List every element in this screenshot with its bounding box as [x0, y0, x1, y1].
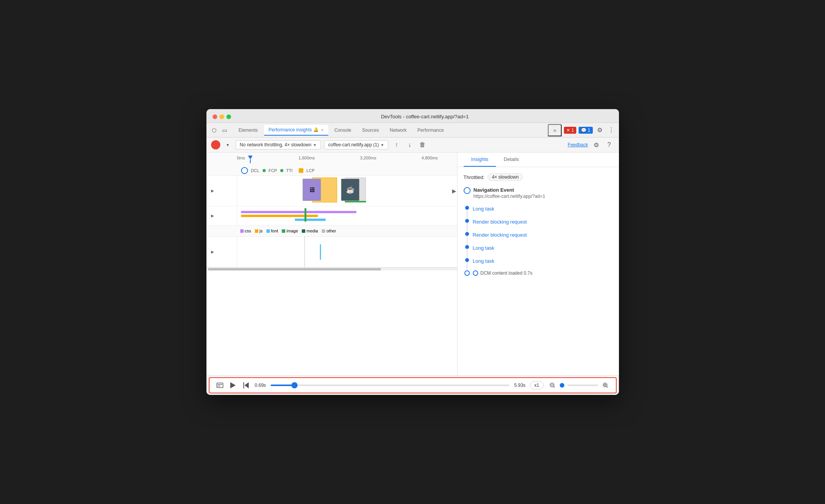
insights-timeline: Long task Render blocking request Render…: [464, 205, 613, 276]
tab-performance[interactable]: Performance: [413, 125, 449, 135]
error-badge[interactable]: ✕ 1: [564, 127, 576, 134]
captions-icon[interactable]: [216, 381, 224, 390]
tab-sources[interactable]: Sources: [358, 125, 384, 135]
scrubber-fill: [271, 385, 294, 386]
tab-elements[interactable]: Elements: [234, 125, 263, 135]
feedback-link[interactable]: Feedback: [568, 142, 588, 148]
css-dot-icon: [240, 229, 244, 233]
filmstrip-content: 🖥 ☕ ▶: [237, 176, 457, 206]
settings-gear-icon[interactable]: ⚙: [591, 140, 601, 150]
record-button[interactable]: [211, 140, 220, 149]
time-3200ms: 3,200ms: [360, 156, 376, 160]
speed-button[interactable]: x1: [530, 381, 544, 390]
css-bar: [241, 211, 356, 213]
font-legend: font: [266, 229, 278, 233]
delete-icon[interactable]: 🗑: [417, 140, 427, 150]
insight-item-1: Render blocking request: [473, 218, 613, 225]
timeline-panel: 0ms 1,600ms 3,200ms 4,800ms DCL FCP: [206, 153, 457, 375]
green-line: [345, 201, 366, 202]
zoom-track[interactable]: [567, 385, 598, 386]
insights-tab-insights[interactable]: Insights: [464, 153, 496, 167]
fcp-label: FCP: [269, 168, 277, 173]
skip-back-button[interactable]: [242, 381, 250, 390]
close-button[interactable]: [213, 114, 217, 119]
dom-circle-icon: [473, 270, 478, 276]
upload-icon[interactable]: ↑: [391, 140, 401, 150]
tab-network[interactable]: Network: [385, 125, 411, 135]
inspect-icon[interactable]: ▭: [220, 126, 230, 135]
svg-marker-3: [230, 382, 236, 388]
download-icon[interactable]: ↓: [404, 140, 414, 150]
lcp-box-icon: [299, 168, 303, 173]
network-row-1-label: ▶: [206, 206, 237, 225]
render-blocking-1-link[interactable]: Render blocking request: [473, 219, 527, 225]
network-throttle-dropdown[interactable]: No network throttling, 4× slowdown ▼: [236, 140, 321, 149]
tti-label: TTI: [286, 168, 293, 173]
render-blocking-2-link[interactable]: Render blocking request: [473, 232, 527, 238]
network-row-2: ▶: [206, 237, 457, 267]
help-icon[interactable]: ?: [604, 140, 614, 150]
tab-performance-insights[interactable]: Performance insights 🔔 ×: [264, 125, 328, 136]
more-menu-icon[interactable]: ⋮: [607, 126, 616, 135]
image-legend-label: image: [286, 229, 298, 233]
js-dot-icon: [255, 229, 258, 233]
network-row-2-label: ▶: [206, 237, 237, 267]
tab-close-icon[interactable]: ×: [321, 128, 323, 132]
screenshot-2: ☕: [341, 179, 359, 201]
insights-tab-details[interactable]: Details: [496, 153, 527, 167]
other-legend-label: other: [326, 229, 336, 233]
screenshot-1: 🖥: [303, 179, 321, 201]
time-0ms: 0ms: [237, 156, 245, 160]
chat-badge[interactable]: 💬 1: [579, 127, 593, 134]
network-row-1: ▶: [206, 206, 457, 225]
media-dot-icon: [302, 229, 305, 233]
time-scrubber[interactable]: [271, 385, 510, 386]
more-tabs-button[interactable]: »: [548, 124, 562, 136]
js-legend-label: js: [259, 229, 263, 233]
url-selector-dropdown[interactable]: coffee-cart.netlify.app (1) ▼: [324, 140, 389, 149]
insight-dot-2: [465, 232, 469, 236]
blue-vbar: [320, 244, 321, 260]
long-task-3-link[interactable]: Long task: [473, 258, 494, 264]
js-legend: js: [255, 229, 263, 233]
insight-item-2: Render blocking request: [473, 231, 613, 238]
tab-bar-right: » ✕ 1 💬 1 ⚙ ⋮: [548, 124, 615, 136]
nav-event-url: https://coffee-cart.netlify.app/?ad=1: [474, 194, 546, 199]
cursor-icon[interactable]: ⬡: [210, 126, 219, 135]
playhead[interactable]: [248, 156, 253, 163]
insight-item-3: Long task: [473, 244, 613, 251]
insight-item-0: Long task: [473, 205, 613, 212]
zoom-controls: [548, 381, 610, 390]
record-dropdown-arrow[interactable]: ▼: [223, 140, 233, 149]
svg-marker-5: [245, 382, 249, 388]
js-bar: [241, 215, 318, 217]
scroll-thumb[interactable]: [208, 268, 381, 270]
minimize-button[interactable]: [220, 114, 224, 119]
long-task-1-link[interactable]: Long task: [473, 206, 494, 212]
maximize-button[interactable]: [226, 114, 231, 119]
event-markers: DCL FCP TTI LCP: [206, 166, 457, 176]
network-row-2-expand-icon[interactable]: ▶: [210, 249, 216, 255]
url-dropdown-arrow-icon: ▼: [380, 143, 384, 147]
css-legend: css: [240, 229, 251, 233]
dcl-circle-icon: [241, 167, 248, 174]
network-row-1-expand-icon[interactable]: ▶: [210, 213, 216, 219]
tab-console[interactable]: Console: [330, 125, 356, 135]
zoom-out-icon[interactable]: [548, 381, 557, 390]
long-task-2-link[interactable]: Long task: [473, 245, 494, 251]
timeline-scroll-indicator: [206, 267, 457, 270]
window-title: DevTools - coffee-cart.netlify.app/?ad=1: [237, 114, 613, 119]
scrubber-thumb[interactable]: [291, 382, 298, 388]
play-button[interactable]: [229, 381, 237, 390]
svg-line-10: [606, 386, 608, 388]
other-legend: other: [322, 229, 336, 233]
legend-row: css js font image: [206, 225, 457, 237]
font-legend-label: font: [271, 229, 278, 233]
time-4800ms: 4,800ms: [422, 156, 438, 160]
zoom-in-icon[interactable]: [601, 381, 610, 390]
media-legend-label: media: [306, 229, 318, 233]
scroll-right-icon[interactable]: ▶: [452, 188, 456, 194]
filmstrip-expand-icon[interactable]: ▶: [210, 188, 216, 194]
settings-icon[interactable]: ⚙: [595, 126, 604, 135]
timeline-header: 0ms 1,600ms 3,200ms 4,800ms DCL FCP: [206, 153, 457, 176]
